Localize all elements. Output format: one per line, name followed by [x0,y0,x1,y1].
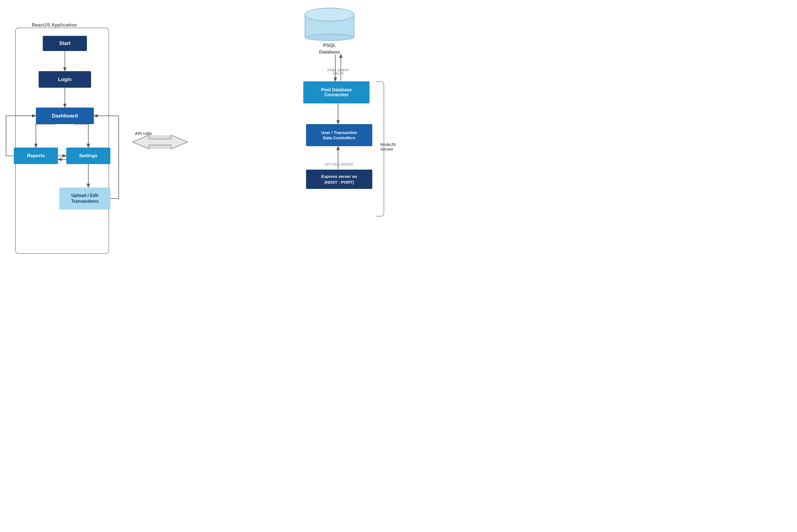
cyl-top [305,8,354,21]
label-psql-query: PSQL QUERY CALLS [322,69,355,75]
reactjs-bracket [15,27,109,254]
node-pool: Pool Database Connection [303,81,370,103]
label-api-call-route: API CALL ROUTE [322,163,356,166]
node-login: Login [39,71,91,88]
node-upload: Upload / Edit Transactions [59,188,110,210]
svg-rect-14 [149,135,171,149]
db-label: PSQL Database [319,42,340,55]
node-reports: Reports [14,148,58,164]
diagram-container: ReactJS Application Start Login Dashboar… [0,0,398,266]
node-user-transaction: User / Transaction Data Controllers [306,124,372,146]
label-api-calls: API calls [127,131,160,136]
cyl-bottom-ellipse [305,34,354,41]
svg-marker-13 [171,135,188,149]
node-express: Express server on (HOST : PORT) [306,170,372,189]
node-psql-db: PSQL Database [302,8,357,55]
node-start: Start [43,36,87,51]
reactjs-label: ReactJS Application [32,23,77,27]
node-dashboard: Dashboard [36,108,94,124]
svg-marker-12 [132,135,149,149]
node-settings: Settings [66,148,110,164]
db-cylinder [305,8,354,41]
nodejs-label: NodeJSServer [380,142,396,151]
